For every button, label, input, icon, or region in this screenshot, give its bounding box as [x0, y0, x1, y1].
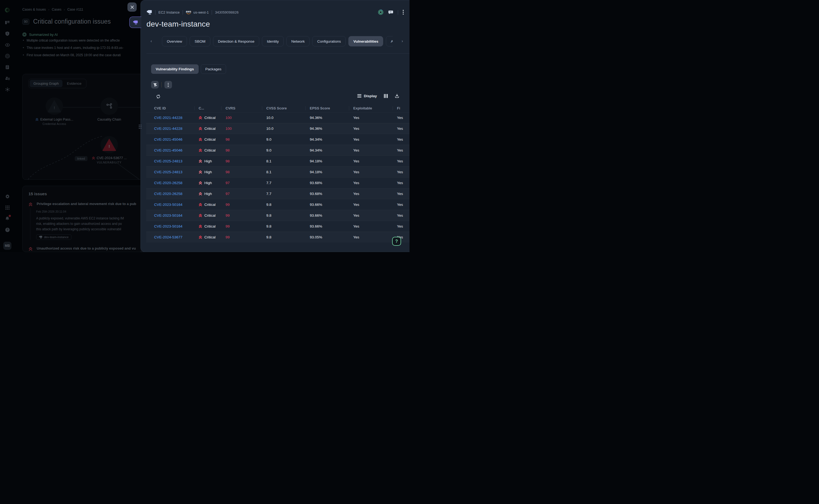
table-row[interactable]: CVE-2023-50164Critical999.893.66%YesYes	[146, 199, 410, 210]
tab-sbom[interactable]: SBOM	[190, 36, 210, 46]
cvss-cell: 7.7	[262, 192, 305, 196]
account-id-label: 343059098826	[215, 10, 238, 14]
cve-link[interactable]: CVE-2023-50164	[154, 203, 182, 207]
cve-link[interactable]: CVE-2021-45046	[154, 148, 182, 152]
tab-vulnerabilities[interactable]: Vulnerabilities	[348, 36, 383, 46]
table-row[interactable]: CVE-2021-44228Critical10010.094.36%YesYe…	[146, 112, 410, 123]
severity-chevrons-icon	[199, 235, 202, 239]
table-row[interactable]: CVE-2024-53677Critical999.893.05%YesYes	[146, 232, 410, 242]
table-row[interactable]: CVE-2023-50164Critical999.893.66%YesYes	[146, 221, 410, 232]
tab-ac[interactable]: Ac	[386, 36, 392, 46]
epss-cell: 93.66%	[305, 203, 349, 207]
tab-configurations[interactable]: Configurations	[312, 36, 346, 46]
column-header[interactable]: EPSS Score	[305, 106, 349, 110]
table-row[interactable]: CVE-2025-24813High988.194.18%YesYes	[146, 156, 410, 166]
cve-link[interactable]: CVE-2021-44228	[154, 116, 182, 120]
table-row[interactable]: CVE-2021-44228Critical10010.094.36%YesYe…	[146, 123, 410, 134]
column-header[interactable]: CVE ID	[146, 106, 194, 110]
cvss-cell: 7.7	[262, 181, 305, 185]
table-options-button[interactable]	[164, 81, 172, 89]
cve-link[interactable]: CVE-2020-26258	[154, 192, 182, 196]
tabs-scroll-right-icon[interactable]: ›	[401, 39, 403, 43]
severity-cell: Critical	[194, 137, 221, 141]
fix-cell: Yes	[392, 137, 410, 141]
divider	[161, 82, 162, 87]
tab-identity[interactable]: Identity	[262, 36, 284, 46]
table-row[interactable]: CVE-2020-26258High977.793.68%YesYes	[146, 177, 410, 188]
comments-icon[interactable]	[388, 10, 393, 15]
epss-cell: 93.68%	[305, 192, 349, 196]
exploitable-cell: Yes	[349, 235, 392, 239]
export-button[interactable]	[395, 94, 399, 98]
table-row[interactable]: CVE-2020-26258High977.793.68%YesYes	[146, 188, 410, 199]
cve-link[interactable]: CVE-2023-50164	[154, 213, 182, 218]
fix-cell: Yes	[392, 224, 410, 228]
cve-link[interactable]: CVE-2021-44228	[154, 127, 182, 131]
column-header[interactable]: CVSS Score	[262, 106, 305, 110]
epss-cell: 93.68%	[305, 181, 349, 185]
severity-cell: High	[194, 181, 221, 185]
table-row[interactable]: CVE-2021-45046Critical989.094.34%YesYes	[146, 145, 410, 156]
vulnerability-findings-table: CVE IDC...CVRSCVSS ScoreEPSS ScoreExploi…	[146, 104, 410, 242]
drawer-resize-handle[interactable]	[139, 125, 142, 129]
exploitable-cell: Yes	[349, 159, 392, 163]
refresh-button[interactable]	[156, 94, 161, 99]
cvss-cell: 9.0	[262, 137, 305, 141]
column-header[interactable]: CVRS	[221, 106, 262, 110]
severity-chevrons-icon	[199, 170, 202, 174]
cvrs-cell: 98	[221, 148, 262, 152]
severity-cell: High	[194, 192, 221, 196]
severity-cell: Critical	[194, 127, 221, 131]
cve-link[interactable]: CVE-2025-24813	[154, 170, 182, 174]
cve-link[interactable]: CVE-2024-53677	[154, 235, 182, 239]
exploitable-cell: Yes	[349, 224, 392, 228]
cve-link[interactable]: CVE-2020-26258	[154, 181, 182, 185]
epss-cell: 93.66%	[305, 224, 349, 228]
add-filter-button[interactable]	[151, 81, 159, 89]
ai-ring-icon[interactable]	[378, 9, 384, 15]
table-row[interactable]: CVE-2021-45046Critical989.094.34%YesYes	[146, 134, 410, 145]
tab-network[interactable]: Network	[286, 36, 310, 46]
subtab-vulnerability-findings[interactable]: Vulnerability Findings	[151, 64, 199, 74]
subtab-packages[interactable]: Packages	[201, 64, 226, 74]
hamburger-icon	[357, 94, 361, 97]
cvss-cell: 9.8	[262, 213, 305, 218]
tab-detection-response[interactable]: Detection & Response	[213, 36, 259, 46]
entity-title: dev-team-instance	[146, 20, 210, 29]
table-row[interactable]: CVE-2025-24813High988.194.18%YesYes	[146, 166, 410, 177]
help-button[interactable]: ?	[392, 237, 401, 246]
cvrs-cell: 97	[221, 181, 262, 185]
columns-button[interactable]	[384, 94, 388, 98]
cve-link[interactable]: CVE-2025-24813	[154, 159, 182, 163]
column-header[interactable]: Fi	[392, 106, 410, 110]
exploitable-cell: Yes	[349, 203, 392, 207]
instance-monitor-icon	[146, 10, 152, 15]
column-header[interactable]: Exploitable	[349, 106, 392, 110]
region-label: us-west-1	[193, 10, 209, 14]
epss-cell: 93.66%	[305, 213, 349, 218]
fix-cell: Yes	[392, 170, 410, 174]
download-icon	[395, 94, 399, 98]
severity-chevrons-icon	[199, 127, 202, 130]
epss-cell: 94.36%	[305, 116, 349, 120]
cve-link[interactable]: CVE-2021-45046	[154, 137, 182, 141]
epss-cell: 94.34%	[305, 137, 349, 141]
cvrs-cell: 97	[221, 192, 262, 196]
drawer-entity-tab[interactable]	[129, 17, 141, 28]
vulnerability-table-body: CVE-2021-44228Critical10010.094.36%YesYe…	[146, 112, 410, 242]
severity-chevrons-icon	[199, 192, 202, 196]
entity-drawer: EC2 Instance aws us-west-1 343059098826 …	[140, 0, 410, 252]
table-row[interactable]: CVE-2023-50164Critical999.893.66%YesYes	[146, 210, 410, 221]
table-header-row: CVE IDC...CVRSCVSS ScoreEPSS ScoreExploi…	[146, 104, 410, 112]
tabs-scroll-left-icon[interactable]: ‹	[150, 39, 152, 43]
display-button[interactable]: Display	[357, 94, 377, 98]
cvss-cell: 8.1	[262, 159, 305, 163]
tab-overview[interactable]: Overview	[162, 36, 187, 46]
kebab-menu-icon[interactable]	[403, 10, 404, 15]
close-drawer-button[interactable]	[127, 2, 137, 12]
cve-link[interactable]: CVE-2023-50164	[154, 224, 182, 228]
kebab-menu-icon	[168, 83, 169, 87]
cvrs-cell: 99	[221, 224, 262, 228]
severity-cell: High	[194, 170, 221, 174]
column-header[interactable]: C...	[194, 106, 221, 110]
